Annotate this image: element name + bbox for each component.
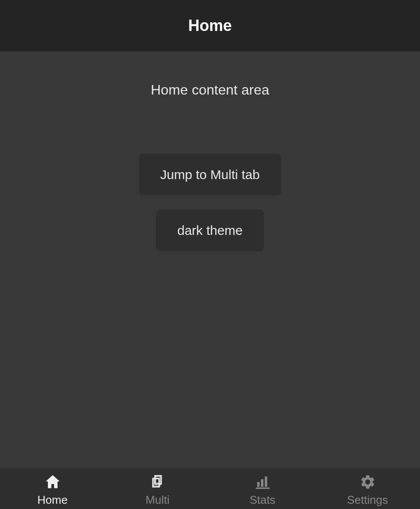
svg-rect-4 bbox=[264, 476, 267, 487]
svg-rect-2 bbox=[257, 482, 260, 487]
stats-icon bbox=[254, 473, 271, 491]
tab-home[interactable]: Home bbox=[0, 468, 105, 509]
svg-rect-5 bbox=[256, 488, 270, 489]
jump-to-multi-button[interactable]: Jump to Multi tab bbox=[139, 154, 281, 196]
tab-multi[interactable]: Multi bbox=[105, 468, 210, 509]
tab-stats[interactable]: Stats bbox=[210, 468, 315, 509]
tab-label: Multi bbox=[146, 493, 169, 507]
content-area: Home content area Jump to Multi tab dark… bbox=[0, 51, 420, 468]
content-text: Home content area bbox=[151, 82, 269, 98]
dark-theme-button[interactable]: dark theme bbox=[156, 210, 264, 251]
tab-label: Home bbox=[37, 493, 68, 507]
tab-label: Settings bbox=[347, 493, 388, 507]
svg-rect-3 bbox=[261, 479, 264, 487]
tab-settings[interactable]: Settings bbox=[315, 468, 420, 509]
page-title: Home bbox=[188, 17, 232, 35]
home-icon bbox=[44, 473, 61, 491]
tab-label: Stats bbox=[250, 493, 275, 507]
header: Home bbox=[0, 0, 420, 51]
tabbar: Home Multi Stats bbox=[0, 468, 420, 509]
gear-icon bbox=[359, 473, 376, 491]
copy-icon bbox=[149, 473, 166, 491]
